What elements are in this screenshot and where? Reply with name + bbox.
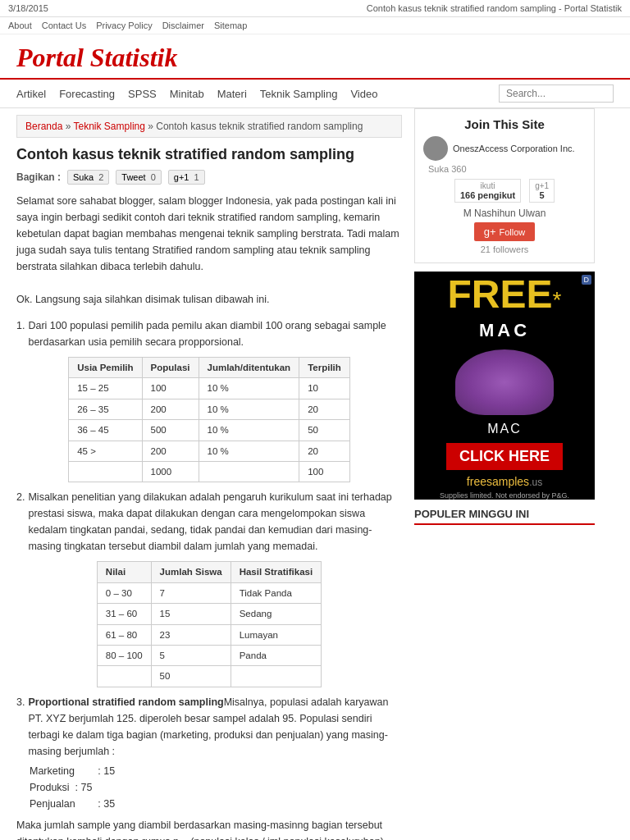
section1-text: Dari 100 populasi pemilih pada pemilu ak…	[28, 317, 402, 350]
table-row: 15 – 2510010 %10	[69, 378, 350, 399]
nav-privacy[interactable]: Privacy Policy	[96, 21, 152, 30]
table2-col-nilai: Nilai	[97, 562, 151, 582]
table-row: 31 – 6015Sedang	[97, 604, 321, 624]
section3-content: Proportional stratified random samplingM…	[28, 694, 402, 760]
nav-disclaimer[interactable]: Disclaimer	[162, 21, 204, 30]
intro-text: Selamat sore sahabat blogger, salam blog…	[16, 195, 399, 272]
followers-text: 21 followers	[423, 244, 586, 254]
table1-col-terpilih: Terpilih	[299, 358, 350, 378]
popular-title: POPULER MINGGU INI	[414, 508, 595, 525]
follow-label: Follow	[500, 227, 526, 237]
tweet-button[interactable]: Tweet 0	[116, 170, 162, 185]
ikuti-num: 166 pengikut	[460, 190, 515, 200]
suka-count-sidebar: Suka 360	[428, 164, 586, 174]
table1-col-populasi: Populasi	[142, 358, 199, 378]
breadcrumb-current: Contoh kasus teknik stratified random sa…	[156, 121, 363, 132]
nav-minitab[interactable]: Minitab	[170, 88, 204, 100]
this-site-label: This Site	[493, 117, 545, 131]
section3-bold: Proportional stratified random sampling	[28, 696, 223, 708]
gplus-count-sidebar: g+1 5	[529, 179, 555, 203]
main-nav: Artikel Forecasting SPSS Minitab Materi …	[0, 78, 630, 108]
follow-button[interactable]: g+ Follow	[474, 222, 536, 241]
ad-product-image	[455, 349, 554, 415]
nav-teknik-sampling[interactable]: Teknik Sampling	[260, 88, 338, 100]
article-title: Contoh kasus teknik stratified random sa…	[16, 146, 402, 163]
nav-contact[interactable]: Contact Us	[42, 21, 86, 30]
gplus-label: g+1	[174, 172, 189, 182]
department-list: Marketing : 15 Produksi : 75 Penjualan :…	[30, 763, 402, 812]
penjualan-line: Penjualan : 35	[30, 796, 402, 812]
main-nav-links: Artikel Forecasting SPSS Minitab Materi …	[16, 88, 499, 100]
page-title-bar: Contoh kasus teknik stratified random sa…	[367, 3, 622, 13]
table-row: 50	[97, 666, 321, 687]
sidebar-join-box: Join This Site OneszAccess Corporation I…	[414, 108, 595, 263]
search-input[interactable]	[499, 84, 614, 103]
ikuti-count: ikuti 166 pengikut	[454, 179, 521, 203]
ikuti-label: ikuti	[460, 181, 515, 190]
breadcrumb-home[interactable]: Beranda	[25, 121, 62, 132]
breadcrumb: Beranda » Teknik Sampling » Contoh kasus…	[16, 115, 402, 138]
sidebar-popular: POPULER MINGGU INI	[414, 508, 595, 525]
breadcrumb-parent[interactable]: Teknik Sampling	[74, 121, 145, 132]
gplus-icon: g+	[484, 226, 496, 238]
suka-num: 360	[451, 164, 466, 174]
table-row: 1000100	[69, 461, 350, 482]
table-row: 26 – 3520010 %20	[69, 399, 350, 419]
article-section-1: 1. Dari 100 populasi pemilih pada pemilu…	[16, 317, 402, 482]
section2-label: 2.	[16, 489, 25, 555]
org-info: OneszAccess Corporation Inc.	[423, 136, 586, 161]
marketing-line: Marketing : 15	[30, 763, 402, 779]
org-icon	[423, 136, 448, 161]
article-section-3: 3. Proportional stratified random sampli…	[16, 694, 402, 840]
nav-forecasting[interactable]: Forecasting	[59, 88, 115, 100]
nav-sitemap[interactable]: Sitemap	[214, 21, 247, 30]
suka-label: Suka	[73, 172, 94, 182]
table-2: Nilai Jumlah Siswa Hasil Stratifikasi 0 …	[97, 561, 322, 687]
section3-label: 3.	[16, 694, 25, 760]
share-bar: Bagikan : Suka 2 Tweet 0 g+1 1	[16, 170, 402, 185]
table-row: 80 – 1005Panda	[97, 645, 321, 665]
date: 3/18/2015	[8, 3, 48, 13]
section1-label: 1.	[16, 317, 25, 350]
join-label: Join	[464, 117, 490, 131]
suka-button[interactable]: Suka 2	[67, 170, 109, 185]
nav-about[interactable]: About	[8, 21, 32, 30]
ad-free-text: FREE*	[448, 272, 562, 317]
tweet-label: Tweet	[121, 172, 145, 182]
article-section-2: 2. Misalkan penelitian yang dilakukan ad…	[16, 489, 402, 687]
share-label: Bagikan :	[16, 171, 61, 183]
table-1: Usia Pemilih Populasi Jumlah/ditentukan …	[68, 357, 350, 482]
table1-col-usia: Usia Pemilih	[69, 358, 142, 378]
ad-click-here[interactable]: CLICK HERE	[446, 443, 563, 470]
table-row: 36 – 4550010 %50	[69, 420, 350, 441]
nav-video[interactable]: Video	[350, 88, 377, 100]
layout: Beranda » Teknik Sampling » Contoh kasus…	[0, 108, 630, 840]
ad-freesamples: freesamples.us	[467, 475, 542, 488]
produksi-line: Produksi : 75	[30, 779, 402, 796]
logo-bar: Portal Statistik	[0, 34, 630, 78]
nav-materi[interactable]: Materi	[217, 88, 247, 100]
top-nav-menu: About Contact Us Privacy Policy Disclaim…	[0, 17, 630, 34]
gplus-button[interactable]: g+1 1	[168, 170, 205, 185]
article-intro: Selamat sore sahabat blogger, salam blog…	[16, 193, 402, 308]
table-row: 61 – 8023Lumayan	[97, 624, 321, 645]
org-name: OneszAccess Corporation Inc.	[453, 144, 575, 153]
ad-badge: D	[582, 275, 592, 285]
advertisement-box[interactable]: D FREE* MAC MAC CLICK HERE freesamples.u…	[414, 272, 595, 500]
sidebar: Join This Site OneszAccess Corporation I…	[410, 108, 599, 840]
section3-formula: Maka jumlah sample yang diambil berdasar…	[16, 817, 402, 840]
nav-spss[interactable]: SPSS	[128, 88, 157, 100]
gplus-count: 1	[194, 172, 199, 182]
main-content: Beranda » Teknik Sampling » Contoh kasus…	[8, 108, 410, 840]
ad-brand-2: MAC	[487, 422, 522, 436]
join-title: Join This Site	[423, 117, 586, 131]
section2-text: Misalkan penelitian yang dilakukan adala…	[28, 489, 402, 555]
table1-col-jumlah: Jumlah/ditentukan	[199, 358, 299, 378]
nav-artikel[interactable]: Artikel	[16, 88, 46, 100]
intro-text2: Ok. Langsung saja silahkan disimak tulis…	[16, 294, 270, 305]
gplus-sidebar-num: 5	[535, 190, 549, 200]
ad-disclaimer: Supplies limited. Not endorsed by P&G.	[440, 491, 569, 500]
table-row: 0 – 307Tidak Panda	[97, 582, 321, 603]
topbar: 3/18/2015 Contoh kasus teknik stratified…	[0, 0, 630, 17]
site-logo[interactable]: Portal Statistik	[16, 43, 177, 72]
